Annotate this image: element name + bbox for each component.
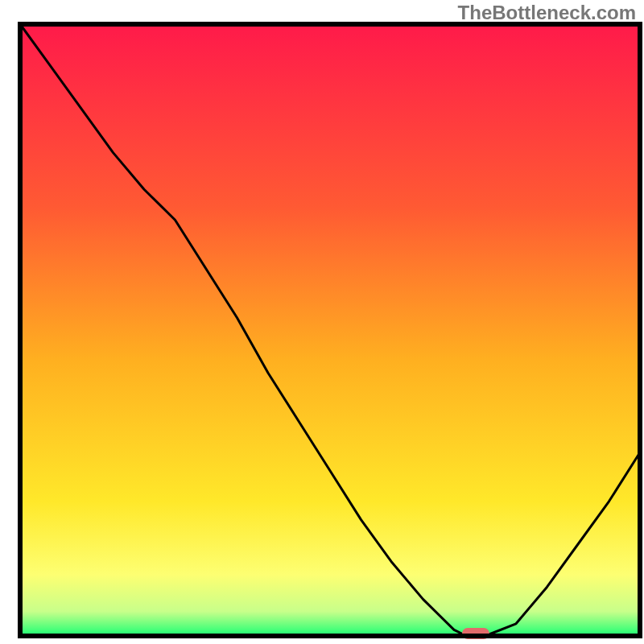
chart-container: TheBottleneck.com xyxy=(0,0,644,644)
svg-rect-0 xyxy=(20,24,640,636)
bottleneck-chart xyxy=(0,0,644,644)
